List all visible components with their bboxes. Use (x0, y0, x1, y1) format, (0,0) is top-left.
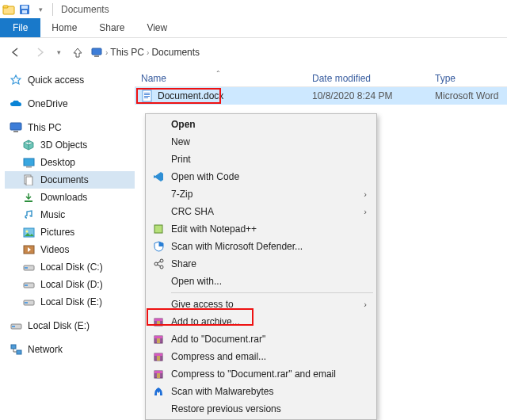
sidebar-item-desktop[interactable]: Desktop (5, 154, 135, 171)
svg-rect-7 (10, 123, 21, 130)
chevron-right-icon[interactable]: › (147, 48, 149, 57)
col-name[interactable]: Name (141, 73, 166, 84)
sidebar: Quick access OneDrive This PC 3D Objects… (0, 67, 135, 420)
star-icon (10, 74, 22, 86)
ctx-open[interactable]: Open (147, 116, 375, 133)
col-date[interactable]: Date modified (312, 73, 435, 84)
sidebar-item-locale[interactable]: Local Disk (E:) (5, 293, 135, 311)
ctx-label: Compress to "Document.rar" and email (171, 368, 336, 380)
sidebar-item-documents[interactable]: Documents (5, 171, 135, 189)
svg-rect-12 (26, 177, 32, 185)
ctx-crc-sha[interactable]: CRC SHA› (147, 203, 375, 220)
ctx-label: CRC SHA (171, 206, 214, 217)
sidebar-item-label: Network (28, 344, 63, 355)
forward-button[interactable] (29, 43, 51, 62)
ctx-open-with[interactable]: Open with... (147, 273, 375, 290)
recent-dropdown[interactable]: ▾ (52, 43, 65, 62)
sidebar-item-label: Local Disk (C:) (40, 262, 103, 273)
winrar-icon (152, 350, 165, 363)
sidebar-item-onedrive[interactable]: OneDrive (5, 95, 135, 113)
desktop-icon (22, 156, 35, 169)
svg-rect-4 (22, 10, 27, 13)
sidebar-item-localc[interactable]: Local Disk (C:) (5, 258, 135, 276)
documents-icon (22, 174, 35, 186)
ribbon-tabs: File Home Share View (0, 18, 507, 38)
save-icon[interactable] (17, 2, 32, 17)
svg-rect-3 (21, 6, 28, 9)
svg-point-15 (25, 230, 28, 232)
sidebar-item-locale2[interactable]: Local Disk (E:) (5, 317, 135, 334)
ctx-new[interactable]: New (147, 133, 375, 151)
breadcrumb[interactable]: › This PC › Documents (90, 43, 502, 62)
ctx-label: New (171, 136, 190, 147)
drive-icon (22, 278, 35, 291)
tab-file[interactable]: File (0, 18, 40, 37)
ctx-7zip[interactable]: 7-Zip› (147, 185, 375, 203)
sidebar-item-pictures[interactable]: Pictures (5, 223, 135, 241)
sidebar-item-downloads[interactable]: Downloads (5, 189, 135, 206)
ctx-print[interactable]: Print (147, 151, 375, 168)
svg-rect-43 (154, 353, 162, 356)
ctx-label: Open (171, 119, 196, 130)
ctx-label: Open with Code (171, 171, 239, 182)
sidebar-item-3dobjects[interactable]: 3D Objects (5, 136, 135, 154)
sidebar-item-label: Quick access (28, 74, 84, 86)
sidebar-item-label: This PC (28, 122, 62, 133)
ctx-notepadpp[interactable]: Edit with Notepad++ (147, 220, 375, 238)
sidebar-item-videos[interactable]: Videos (5, 241, 135, 258)
svg-rect-6 (94, 55, 99, 57)
svg-rect-18 (25, 267, 28, 269)
chevron-right-icon[interactable]: › (105, 48, 108, 57)
shield-icon (152, 240, 165, 253)
ctx-share[interactable]: Share (147, 255, 375, 273)
tab-share[interactable]: Share (88, 18, 135, 37)
ctx-add-to-archive[interactable]: Add to archive... (147, 313, 375, 330)
ctx-label: Compress and email... (171, 351, 266, 362)
svg-rect-29 (144, 94, 150, 95)
svg-rect-13 (25, 200, 32, 202)
ctx-label: 7-Zip (171, 189, 193, 200)
up-button[interactable] (67, 43, 89, 62)
sidebar-item-label: Downloads (40, 192, 87, 203)
ctx-compress-rar-email[interactable]: Compress to "Document.rar" and email (147, 365, 375, 383)
malwarebytes-icon (152, 385, 165, 398)
ctx-label: Scan with Malwarebytes (171, 386, 273, 397)
tab-view[interactable]: View (135, 18, 178, 37)
svg-rect-9 (24, 158, 34, 166)
cube-icon (22, 139, 35, 151)
ctx-restore-previous[interactable]: Restore previous versions (147, 400, 375, 418)
sidebar-item-locald[interactable]: Local Disk (D:) (5, 276, 135, 293)
svg-rect-25 (11, 345, 16, 349)
sidebar-item-music[interactable]: Music (5, 206, 135, 223)
sidebar-item-thispc[interactable]: This PC (5, 119, 135, 136)
ctx-add-rar[interactable]: Add to "Document.rar" (147, 330, 375, 348)
svg-rect-32 (154, 225, 162, 233)
drive-icon (22, 296, 35, 308)
sidebar-item-label: Local Disk (E:) (40, 296, 102, 307)
svg-rect-28 (144, 93, 150, 94)
svg-rect-20 (25, 284, 28, 286)
svg-rect-10 (26, 166, 32, 168)
back-button[interactable] (5, 43, 27, 62)
ctx-defender[interactable]: Scan with Microsoft Defender... (147, 238, 375, 255)
file-row[interactable]: Document.docx 10/8/2020 8:24 PM Microsof… (135, 87, 507, 105)
ctx-give-access[interactable]: Give access to› (147, 296, 375, 313)
column-header[interactable]: Name⌃ Date modified Type (135, 67, 507, 87)
ctx-malwarebytes[interactable]: Scan with Malwarebytes (147, 383, 375, 400)
breadcrumb-thispc[interactable]: This PC (110, 47, 144, 58)
col-type[interactable]: Type (435, 73, 507, 84)
breadcrumb-documents[interactable]: Documents (151, 47, 200, 58)
svg-rect-5 (92, 48, 101, 55)
ctx-compress-email[interactable]: Compress and email... (147, 348, 375, 365)
ctx-open-with-code[interactable]: Open with Code (147, 168, 375, 185)
sidebar-item-network[interactable]: Network (5, 341, 135, 358)
svg-rect-46 (154, 371, 162, 373)
sidebar-item-quick-access[interactable]: Quick access (5, 71, 135, 89)
chevron-right-icon: › (364, 300, 367, 309)
sidebar-item-label: 3D Objects (40, 139, 87, 151)
sidebar-item-label: Local Disk (D:) (40, 279, 103, 290)
winrar-icon (152, 368, 165, 380)
chevron-down-icon[interactable]: ▾ (33, 2, 48, 17)
svg-rect-30 (144, 96, 150, 97)
tab-home[interactable]: Home (40, 18, 88, 37)
